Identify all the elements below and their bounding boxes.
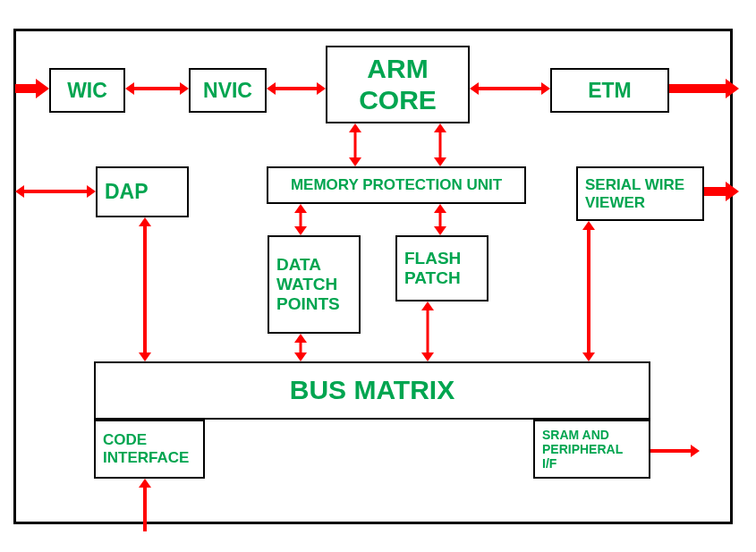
diagram-canvas: WICNVICARMCOREETMDAPMEMORY PROTECTION UN… [0,0,756,552]
block-swv: SERIAL WIREVIEWER [576,166,704,221]
block-code_if: CODEINTERFACE [94,420,205,479]
block-sram_if: SRAM ANDPERIPHERALI/F [533,420,650,479]
block-bus: BUS MATRIX [94,361,650,420]
block-mpu: MEMORY PROTECTION UNIT [267,166,526,204]
block-nvic: NVIC [189,68,267,113]
block-arm: ARMCORE [326,46,470,123]
block-dap: DAP [96,166,189,217]
block-fp: FLASHPATCH [395,235,488,301]
block-wic: WIC [49,68,125,113]
block-dwp: DATAWATCHPOINTS [268,235,361,334]
block-etm: ETM [550,68,669,113]
